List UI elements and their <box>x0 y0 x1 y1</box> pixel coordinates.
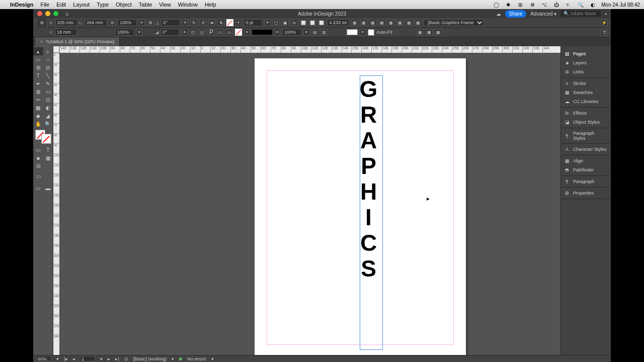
rotate-cw-icon[interactable]: ↻ <box>190 19 197 26</box>
document-tab[interactable]: × *Untitled-1 @ 60% [GPU Preview] <box>35 37 120 46</box>
minimize-button[interactable] <box>45 11 50 16</box>
tray-icon[interactable]: ᯤ <box>565 1 572 8</box>
apply-none-tool[interactable]: ☒ <box>33 162 43 170</box>
y-input[interactable] <box>55 29 77 36</box>
share-button[interactable]: Share <box>505 10 527 18</box>
opacity-input[interactable] <box>282 29 301 36</box>
pencil-tool[interactable]: ✎ <box>43 79 53 87</box>
flip-h-icon[interactable]: ⇄ <box>208 19 215 26</box>
screen-mode-normal[interactable]: ▭ <box>33 184 43 192</box>
text-wrap-icon[interactable]: ▣ <box>282 19 289 26</box>
align-icon[interactable]: ▦ <box>360 19 367 26</box>
type-tool[interactable]: T <box>33 71 43 79</box>
stroke-swatch-none[interactable] <box>235 29 242 36</box>
dropdown-icon[interactable]: ▾ <box>182 29 188 36</box>
search-stock[interactable]: 🔍 Adobe Stock <box>560 11 601 17</box>
panel-align[interactable]: ▦Align <box>561 156 611 165</box>
fill-swatch-none[interactable] <box>226 19 233 26</box>
menu-type[interactable]: Type <box>97 2 109 8</box>
apply-gradient-tool[interactable]: ▦ <box>43 154 53 162</box>
vertical-ruler[interactable]: 0102030405060708090100110120130140150160… <box>53 53 59 355</box>
direct-selection-tool[interactable]: ▹ <box>43 47 53 55</box>
corner-icon[interactable]: ⬜ <box>300 19 307 26</box>
panel-paragraph[interactable]: ¶Paragraph <box>561 177 611 186</box>
panel-effects[interactable]: fxEffects <box>561 109 611 118</box>
menu-icon[interactable]: ☰ <box>601 29 608 36</box>
gradient-tool[interactable]: ▦ <box>33 104 43 112</box>
page-dropdown-icon[interactable]: ▾ <box>100 356 103 361</box>
pen-tool[interactable]: ✒ <box>33 79 43 87</box>
align-icon[interactable]: ▦ <box>369 19 376 26</box>
stroke-style-swatch[interactable] <box>252 30 272 35</box>
panel-stroke[interactable]: ≡Stroke <box>561 79 611 88</box>
quick-apply-icon[interactable]: ⚡ <box>601 19 608 26</box>
menu-help[interactable]: Help <box>205 2 216 8</box>
hand-tool[interactable]: ✋ <box>33 120 43 128</box>
gradient-feather-tool[interactable]: ◐ <box>43 104 53 112</box>
format-text-tool[interactable]: T <box>43 146 53 154</box>
dropdown-icon[interactable]: ▾ <box>136 29 142 36</box>
fill-stroke-swatch[interactable] <box>35 130 51 144</box>
dropdown-icon[interactable]: ▾ <box>182 19 188 26</box>
dropdown-icon[interactable]: ▾ <box>303 29 309 36</box>
select-content-icon[interactable]: ◱ <box>199 29 206 36</box>
autofit-checkbox[interactable] <box>368 29 374 36</box>
menubar-clock[interactable]: Mon 24 Jul 08:42 <box>601 2 640 8</box>
tray-icon[interactable]: ◯ <box>493 1 500 8</box>
shear-input[interactable] <box>160 29 180 36</box>
stroke-weight-input[interactable] <box>244 19 263 26</box>
fit-icon[interactable]: ▭ <box>217 29 224 36</box>
dropdown-icon[interactable]: ▾ <box>244 29 250 36</box>
frame-fitting-swatch[interactable] <box>347 29 358 35</box>
tray-icon[interactable]: ⚙ <box>529 1 536 8</box>
panel-pages[interactable]: ▤Pages <box>561 49 611 58</box>
rectangle-tool[interactable]: ▭ <box>43 87 53 96</box>
page-nav-first-icon[interactable]: |◂ <box>64 356 67 361</box>
panel-swatches[interactable]: ▦Swatches <box>561 88 611 97</box>
preflight-icon[interactable]: ⊙ <box>124 356 128 361</box>
workspace-selector[interactable]: Advanced ▾ <box>530 11 556 17</box>
scale-y-input[interactable] <box>115 29 134 36</box>
errors-dropdown-icon[interactable]: ▾ <box>211 356 214 361</box>
panel-character-styles[interactable]: ACharacter Styles <box>561 145 611 154</box>
tray-icon[interactable]: ⌥ <box>541 1 548 8</box>
line-tool[interactable]: ╲ <box>43 71 53 79</box>
panel-properties[interactable]: ⊞Properties <box>561 189 611 198</box>
home-icon[interactable]: ⌂ <box>65 11 69 17</box>
format-container-tool[interactable]: ▭ <box>33 146 43 154</box>
align-icon[interactable]: ▤ <box>311 29 318 36</box>
tray-icon[interactable]: ◐ <box>589 1 596 8</box>
menu-file[interactable]: File <box>40 2 49 8</box>
note-tool[interactable]: ◆ <box>33 112 43 120</box>
free-transform-tool[interactable]: ⊡ <box>43 96 53 104</box>
l-input[interactable] <box>85 19 107 26</box>
rectangle-frame-tool[interactable]: ⊠ <box>33 87 43 96</box>
zoom-input[interactable] <box>36 356 51 361</box>
zoom-button[interactable] <box>53 11 58 16</box>
zoom-tool[interactable]: 🔍 <box>43 120 53 128</box>
apply-color-tool[interactable]: ■ <box>33 154 43 162</box>
style-status[interactable]: [Basic] (working) <box>133 356 167 361</box>
page-nav-last-icon[interactable]: ▸| <box>115 356 119 361</box>
page-nav-next-icon[interactable]: ▸ <box>108 356 110 361</box>
document-page[interactable]: GRAPHICS <box>255 58 466 355</box>
corner-icon[interactable]: ⬜ <box>309 19 316 26</box>
tray-icon[interactable]: ⊞ <box>517 1 524 8</box>
rotate-ccw-icon[interactable]: ↺ <box>199 19 206 26</box>
align-icon[interactable]: ▦ <box>415 19 422 26</box>
panel-pathfinder[interactable]: ◓Pathfinder <box>561 165 611 174</box>
app-name[interactable]: InDesign <box>10 2 33 8</box>
panel-cc-libraries[interactable]: ☁CC Libraries <box>561 97 611 106</box>
close-button[interactable] <box>37 11 42 16</box>
distribute-icon[interactable]: ▦ <box>435 29 442 36</box>
horizontal-ruler[interactable]: 1401301201101009080706050403020100102030… <box>59 46 560 53</box>
object-style-select[interactable]: [Basic Graphics Frame]+ <box>424 19 484 26</box>
align-icon[interactable]: ▦ <box>396 19 404 26</box>
eyedropper-tool[interactable]: ◢ <box>43 112 53 120</box>
align-icon[interactable]: ▥ <box>320 29 328 36</box>
flip-v-icon[interactable]: ⇅ <box>217 19 224 26</box>
menu-layout[interactable]: Layout <box>73 2 90 8</box>
scale-x-input[interactable] <box>118 19 137 26</box>
menu-view[interactable]: View <box>159 2 171 8</box>
text-wrap-icon[interactable]: ▢ <box>273 19 280 26</box>
